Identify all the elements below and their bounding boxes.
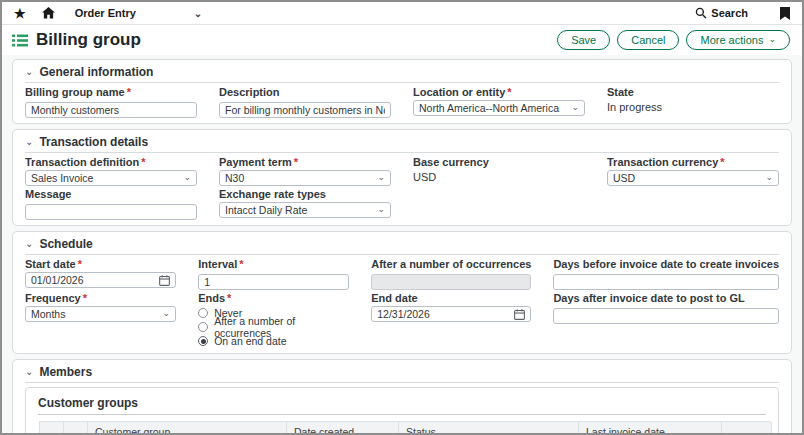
transaction-details-header[interactable]: ⌄ Transaction details: [25, 133, 779, 153]
ends-label: Ends*: [198, 293, 349, 304]
base-currency-field: Base currency USD: [413, 157, 585, 186]
general-information-header[interactable]: ⌄ General information: [25, 63, 779, 83]
cancel-button[interactable]: Cancel: [617, 30, 679, 50]
occurrences-input: [371, 274, 531, 290]
form-content: ⌄ General information Billing group name…: [2, 55, 802, 433]
days-before-field: Days before invoice date to create invoi…: [553, 259, 779, 290]
chevron-down-icon: ⌄: [377, 204, 385, 214]
base-currency-value: USD: [413, 171, 585, 183]
column-last-invoice-date: Last invoice date: [579, 422, 722, 435]
days-after-field: Days after invoice date to post to GL: [553, 293, 779, 348]
exchange-rate-types-select[interactable]: Intacct Daily Rate ⌄: [219, 202, 391, 218]
required-marker: *: [227, 292, 231, 304]
page-header: Billing group Save Cancel More actions ⌄: [2, 25, 802, 55]
required-marker: *: [83, 292, 87, 304]
message-input[interactable]: [25, 204, 197, 220]
interval-label: Interval*: [198, 259, 349, 270]
save-button[interactable]: Save: [557, 30, 610, 50]
table-header-row: Customer group Date created Status Last …: [40, 422, 771, 435]
end-date-field: End date 12/31/2026: [371, 293, 531, 348]
state-field: State In progress: [607, 87, 779, 118]
header-actions: Save Cancel More actions ⌄: [557, 30, 792, 50]
end-date-label: End date: [371, 293, 531, 304]
collapse-chevron-icon: ⌄: [25, 135, 33, 148]
search-icon: [695, 7, 707, 19]
chevron-down-icon: ⌄: [768, 35, 776, 44]
handle-column-header: [40, 422, 64, 435]
days-after-input[interactable]: [553, 308, 779, 324]
collapse-chevron-icon: ⌄: [25, 237, 33, 250]
billing-group-name-field: Billing group name*: [25, 87, 197, 118]
payment-term-field: Payment term* N30 ⌄: [219, 157, 391, 186]
app-menu[interactable]: Order Entry ⌄: [75, 7, 203, 19]
home-icon[interactable]: [42, 7, 55, 19]
section-transaction-details: ⌄ Transaction details Transaction defini…: [12, 129, 792, 226]
more-actions-button[interactable]: More actions ⌄: [686, 30, 790, 50]
transaction-definition-label: Transaction definition*: [25, 157, 197, 168]
search-label: Search: [711, 7, 748, 19]
page-title: Billing group: [36, 30, 141, 50]
days-after-label: Days after invoice date to post to GL: [553, 293, 779, 304]
chevron-down-icon: ⌄: [571, 102, 579, 112]
start-date-label: Start date*: [25, 259, 176, 270]
frequency-field: Frequency* Months ⌄: [25, 293, 176, 348]
required-marker: *: [294, 156, 298, 168]
description-field: Description: [219, 87, 391, 118]
radio-unchecked-icon: [198, 322, 208, 332]
end-date-input[interactable]: 12/31/2026: [371, 306, 531, 322]
location-label: Location or entity*: [413, 87, 585, 98]
location-select[interactable]: North America--North America ⌄: [413, 100, 585, 116]
occurrences-label: After a number of occurrences: [371, 259, 531, 270]
customer-groups-table: Customer group Date created Status Last …: [39, 421, 771, 435]
ends-option-after-occurrences[interactable]: After a number of occurrences: [198, 320, 349, 334]
interval-input[interactable]: [198, 274, 349, 290]
occurrences-field: After a number of occurrences: [371, 259, 531, 290]
ends-radio-group: Never After a number of occurrences On a…: [198, 306, 349, 348]
start-date-field: Start date* 01/01/2026: [25, 259, 176, 290]
chevron-down-icon: ⌄: [183, 172, 191, 182]
chevron-down-icon: ⌄: [194, 8, 202, 19]
schedule-header[interactable]: ⌄ Schedule: [25, 235, 779, 255]
customer-groups-title: Customer groups: [38, 396, 766, 415]
top-bar: ★ Order Entry ⌄ Search: [2, 2, 802, 25]
transaction-definition-select[interactable]: Sales Invoice ⌄: [25, 170, 197, 186]
payment-term-select[interactable]: N30 ⌄: [219, 170, 391, 186]
required-marker: *: [239, 258, 243, 270]
chevron-down-icon: ⌄: [765, 172, 773, 182]
column-status: Status: [399, 422, 579, 435]
favorite-star-icon[interactable]: ★: [14, 7, 26, 20]
section-general-information: ⌄ General information Billing group name…: [12, 59, 792, 124]
state-label: State: [607, 87, 779, 98]
section-title: General information: [39, 66, 153, 79]
days-before-label: Days before invoice date to create invoi…: [553, 259, 779, 270]
transaction-currency-select[interactable]: USD ⌄: [607, 170, 779, 186]
search-button[interactable]: Search: [695, 7, 748, 19]
topbar-right: Search: [695, 7, 790, 20]
interval-field: Interval*: [198, 259, 349, 290]
message-label: Message: [25, 189, 197, 200]
chevron-down-icon: ⌄: [377, 172, 385, 182]
payment-term-label: Payment term*: [219, 157, 391, 168]
list-menu-icon[interactable]: [12, 34, 28, 47]
exchange-rate-types-label: Exchange rate types: [219, 189, 391, 200]
app-window: ★ Order Entry ⌄ Search Billing g: [0, 0, 804, 435]
ends-field: Ends* Never After a number of occurrence…: [198, 293, 349, 348]
app-menu-label: Order Entry: [75, 7, 136, 19]
start-date-input[interactable]: 01/01/2026: [25, 272, 176, 288]
collapse-chevron-icon: ⌄: [25, 365, 33, 378]
billing-group-name-input[interactable]: [25, 102, 197, 118]
description-input[interactable]: [219, 102, 391, 118]
collapse-chevron-icon: ⌄: [25, 65, 33, 78]
bookmark-icon[interactable]: [780, 7, 790, 20]
row-number-column-header: [64, 422, 88, 435]
transaction-definition-field: Transaction definition* Sales Invoice ⌄: [25, 157, 197, 186]
actions-column-header: [722, 422, 772, 435]
calendar-icon: [514, 309, 525, 320]
column-date-created: Date created: [287, 422, 399, 435]
required-marker: *: [720, 156, 724, 168]
state-value: In progress: [607, 101, 779, 113]
frequency-select[interactable]: Months ⌄: [25, 306, 176, 322]
days-before-input[interactable]: [553, 274, 779, 290]
required-marker: *: [78, 258, 82, 270]
members-header[interactable]: ⌄ Members: [25, 363, 779, 383]
